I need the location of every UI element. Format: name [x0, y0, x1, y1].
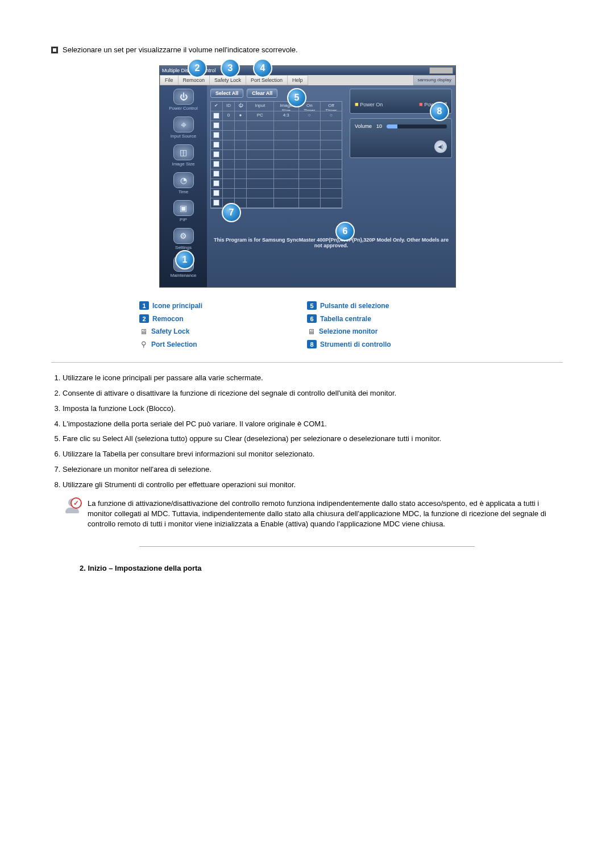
menubar: File Remocon Safety Lock Port Selection … — [160, 75, 455, 85]
info-note-text: La funzione di attivazione/disattivazion… — [88, 499, 563, 530]
power-on-button[interactable]: ■ Power On — [355, 101, 383, 107]
compatibility-note: This Program is for Samsung SyncMaster 4… — [210, 237, 452, 248]
col-input: Input — [247, 102, 274, 111]
row-checkbox[interactable] — [213, 200, 219, 206]
row-checkbox[interactable] — [213, 132, 219, 138]
cell-off-timer: ○ — [321, 111, 342, 121]
legend-badge-6: 6 — [307, 314, 317, 323]
cell-power: ● — [235, 111, 247, 121]
divider — [51, 362, 563, 363]
row-checkbox[interactable] — [213, 180, 219, 186]
power-icon: ⏻ — [173, 89, 194, 105]
table-header: ✔ ID ⏻ Input Image Size On Timer Off Tim… — [211, 102, 342, 111]
monitor-icon: 🖥 — [139, 328, 148, 335]
cell-id: 0 — [223, 111, 235, 121]
row-checkbox[interactable] — [213, 171, 219, 177]
cell-on-timer: ○ — [299, 111, 321, 121]
table-row[interactable] — [211, 131, 342, 140]
legend-badge-8: 8 — [307, 340, 317, 348]
volume-value: 10 — [376, 123, 382, 129]
callout-5: 5 — [287, 88, 306, 107]
sidebar-label: Image Size — [162, 161, 205, 167]
sidebar-item-power-control[interactable]: ⏻ Power Control — [162, 89, 205, 111]
table-row[interactable] — [211, 150, 342, 160]
table-row[interactable] — [211, 140, 342, 150]
list-item: Imposta la funzione Lock (Blocco). — [63, 404, 563, 414]
port-icon: ⚲ — [139, 340, 148, 348]
brand-label: samsung display — [413, 75, 455, 85]
info-person-icon: ✓ — [64, 499, 81, 518]
intro-line: Selezionare un set per visualizzarne il … — [51, 45, 563, 54]
sidebar-item-pip[interactable]: ▣ PIP — [162, 200, 205, 222]
table-row[interactable] — [211, 169, 342, 179]
legend-item: Tabella centrale — [320, 315, 371, 323]
app-screenshot: 2 3 4 Multiple Display Control File Remo… — [159, 65, 455, 288]
control-panel: ■ Power On ■ Power Off Volume 10 — [350, 89, 452, 158]
volume-label: Volume — [355, 123, 372, 129]
row-checkbox[interactable] — [213, 142, 219, 148]
callout-4: 4 — [253, 59, 272, 78]
col-power: ⏻ — [235, 102, 247, 111]
legend-item: Pulsante di selezione — [320, 302, 389, 310]
section-heading: 2. Inizio – Impostazione della porta — [80, 564, 563, 572]
legend-item: Remocon — [152, 315, 184, 323]
legend-badge-2: 2 — [139, 314, 149, 323]
list-item: Utilizzare gli Strumenti di controllo pe… — [63, 480, 563, 491]
list-item: Selezionare un monitor nell'area di sele… — [63, 464, 563, 475]
sidebar-label: Maintenance — [162, 273, 205, 278]
legend-table: 1 Icone principali 5 Pulsante di selezio… — [139, 299, 475, 351]
volume-panel: Volume 10 ◀) — [350, 118, 452, 158]
list-item: Utilizzare la Tabella per consultare bre… — [63, 449, 563, 460]
sidebar-label: PIP — [162, 217, 205, 222]
row-checkbox[interactable] — [213, 122, 219, 128]
menu-file[interactable]: File — [160, 75, 179, 85]
list-item: Fare clic su Select All (seleziona tutto… — [63, 434, 563, 445]
legend-badge-5: 5 — [307, 301, 317, 310]
select-all-button[interactable]: Select All — [210, 89, 243, 98]
sidebar-item-time[interactable]: ◔ Time — [162, 172, 205, 194]
sidebar-item-input-source[interactable]: ⎆ Input Source — [162, 117, 205, 139]
divider — [139, 546, 475, 547]
callout-8: 8 — [430, 102, 449, 121]
list-item: Consente di attivare o disattivare la fu… — [63, 388, 563, 399]
legend-item: Selezione monitor — [319, 327, 377, 335]
sidebar-item-settings[interactable]: ⚙ Settings — [162, 228, 205, 250]
cell-image-size: 4:3 — [274, 111, 299, 121]
input-source-icon: ⎆ — [173, 117, 194, 132]
list-item: L'impostazione della porta seriale del P… — [63, 419, 563, 430]
volume-slider[interactable] — [387, 124, 447, 128]
row-checkbox[interactable] — [213, 161, 219, 167]
sidebar-item-image-size[interactable]: ◫ Image Size — [162, 144, 205, 167]
table-row[interactable] — [211, 189, 342, 198]
table-row[interactable]: 0 ● PC 4:3 ○ ○ — [211, 111, 342, 121]
menu-help[interactable]: Help — [288, 75, 308, 85]
sidebar-label: Time — [162, 189, 205, 194]
table-row[interactable] — [211, 179, 342, 189]
row-checkbox[interactable] — [213, 151, 219, 157]
image-size-icon: ◫ — [173, 144, 194, 160]
callout-3: 3 — [221, 59, 240, 78]
clear-all-button[interactable]: Clear All — [247, 89, 277, 98]
volume-knob[interactable]: ◀) — [434, 140, 447, 153]
intro-text: Selezionare un set per visualizzarne il … — [63, 45, 298, 54]
row-checkbox[interactable] — [213, 113, 219, 119]
row-checkbox[interactable] — [213, 190, 219, 196]
time-icon: ◔ — [173, 172, 194, 188]
bullet-icon — [51, 47, 58, 53]
table-row[interactable] — [211, 160, 342, 169]
callout-6: 6 — [335, 222, 355, 241]
col-off-timer: Off Timer — [321, 102, 342, 111]
legend-item: Icone principali — [152, 302, 202, 310]
settings-icon: ⚙ — [173, 228, 194, 244]
sidebar-label: Input Source — [162, 134, 205, 139]
sidebar-label: Settings — [162, 245, 205, 250]
window-controls[interactable] — [429, 67, 453, 74]
callout-1: 1 — [175, 250, 194, 269]
table-row[interactable] — [211, 121, 342, 131]
col-id: ID — [223, 102, 235, 111]
monitor-icon: 🖥 — [307, 328, 316, 335]
legend-item: Safety Lock — [151, 327, 189, 335]
monitor-table: ✔ ID ⏻ Input Image Size On Timer Off Tim… — [210, 101, 342, 209]
legend-badge-1: 1 — [139, 301, 149, 310]
step-list: Utilizzare le icone principali per passa… — [51, 373, 563, 491]
